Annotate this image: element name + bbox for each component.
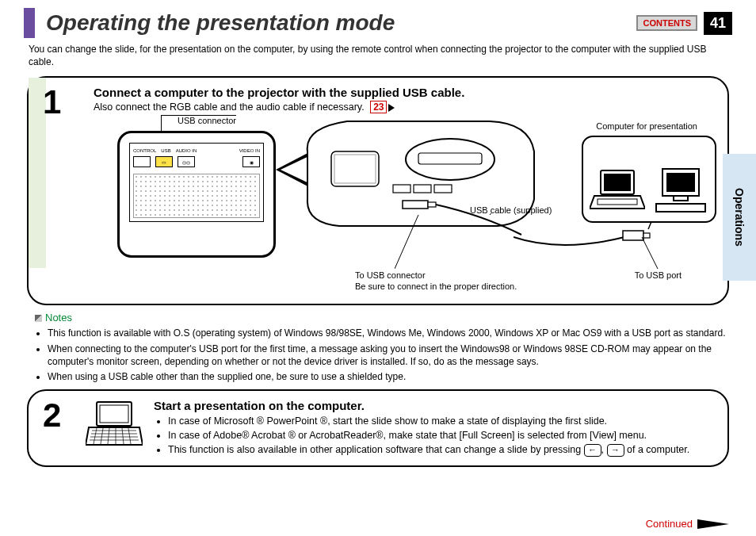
page-number: 41 [704, 12, 732, 35]
svg-rect-9 [623, 231, 643, 240]
bullet-text-c: of a computer. [627, 444, 689, 455]
usb-connector-text: USB connector [178, 116, 236, 125]
laptop-icon [86, 399, 143, 450]
port-video-label: VIDEO IN [239, 148, 260, 153]
laptop-icon [590, 167, 645, 215]
cable-icon [514, 213, 672, 277]
note-item: When using a USB cable other than the su… [48, 370, 732, 383]
to-usb-port-label: To USB port [635, 270, 682, 280]
usb-port-icon: ▭ [155, 156, 173, 167]
left-arrow-key-icon: ← [584, 444, 601, 457]
title-accent [24, 8, 35, 38]
note-item: When connecting to the computer's USB po… [48, 343, 732, 368]
usb-connector-label: USB connector [161, 115, 236, 125]
control-port-icon [133, 156, 151, 167]
page-title: Operating the presentation mode [46, 10, 636, 36]
svg-rect-7 [403, 201, 428, 209]
svg-rect-16 [674, 196, 688, 201]
svg-rect-5 [414, 185, 431, 193]
projector-icon [300, 112, 537, 239]
video-port-icon: ◉ [242, 156, 260, 167]
svg-rect-6 [434, 185, 452, 193]
continued-indicator: Continued [646, 518, 729, 530]
computer-box [582, 136, 716, 223]
bullet-text-b: , [601, 444, 607, 455]
contents-button[interactable]: CONTENTS [636, 15, 697, 31]
connection-diagram: USB connector CONTROL USB AUDIO IN VIDEO… [94, 118, 713, 293]
right-arrow-key-icon: → [607, 444, 624, 457]
step-2-bullets: In case of Microsoft ® PowerPoint ®, sta… [154, 414, 713, 457]
bullet-item: In case of Microsoft ® PowerPoint ®, sta… [168, 414, 713, 428]
svg-rect-22 [100, 405, 128, 423]
port-control-label: CONTROL [133, 148, 156, 153]
intro-text: You can change the slide, for the presen… [29, 43, 727, 68]
continued-arrow-icon [697, 519, 729, 529]
step-1-subtitle-text: Also connect the RGB cable and the audio… [94, 101, 365, 113]
bullet-item: This function is also available in other… [168, 442, 713, 457]
panel-callout: CONTROL USB AUDIO IN VIDEO IN ▭ ◎◎ [117, 131, 276, 258]
computer-label: Computer for presentation [596, 121, 697, 131]
step-2-block: 2 Start a presentation on the computer. … [27, 389, 729, 466]
svg-rect-10 [643, 233, 650, 238]
step-2-title: Start a presentation on the computer. [154, 399, 713, 412]
speaker-grille-icon [133, 174, 260, 218]
audio-port-icon: ◎◎ [178, 156, 195, 167]
usb-cable-label: USB cable (supplied) [470, 205, 552, 215]
step-2-number: 2 [43, 399, 74, 432]
step-1-number: 1 [43, 86, 82, 119]
step-1-title: Connect a computer to the projector with… [94, 86, 713, 99]
continued-label: Continued [646, 518, 693, 530]
section-tab-label: Operations [733, 188, 746, 247]
notes-list: This function is available with O.S (ope… [24, 327, 732, 383]
to-usb-connector-label: To USB connector [355, 270, 426, 280]
svg-rect-3 [418, 153, 482, 164]
bullet-text-a: This function is also available in other… [168, 444, 584, 455]
svg-rect-0 [331, 151, 379, 186]
section-tab: Operations [723, 154, 756, 281]
notes-heading: Notes [35, 312, 732, 324]
svg-rect-12 [604, 174, 631, 191]
desktop-icon [653, 167, 708, 215]
bullet-item: In case of Adobe® Acrobat ® or AcrobatRe… [168, 428, 713, 442]
proper-direction-label: Be sure to connect in the proper directi… [355, 281, 517, 291]
note-item: This function is available with O.S (ope… [48, 327, 732, 339]
svg-rect-17 [656, 204, 705, 212]
header-row: Operating the presentation mode CONTENTS… [24, 8, 732, 38]
port-audio-label: AUDIO IN [176, 148, 197, 153]
svg-rect-8 [428, 202, 436, 207]
ref-arrow-icon [388, 104, 395, 112]
step-1-block: 1 Connect a computer to the projector wi… [27, 76, 729, 305]
svg-rect-4 [393, 185, 410, 193]
port-usb-label: USB [161, 148, 170, 153]
svg-rect-15 [666, 173, 695, 192]
